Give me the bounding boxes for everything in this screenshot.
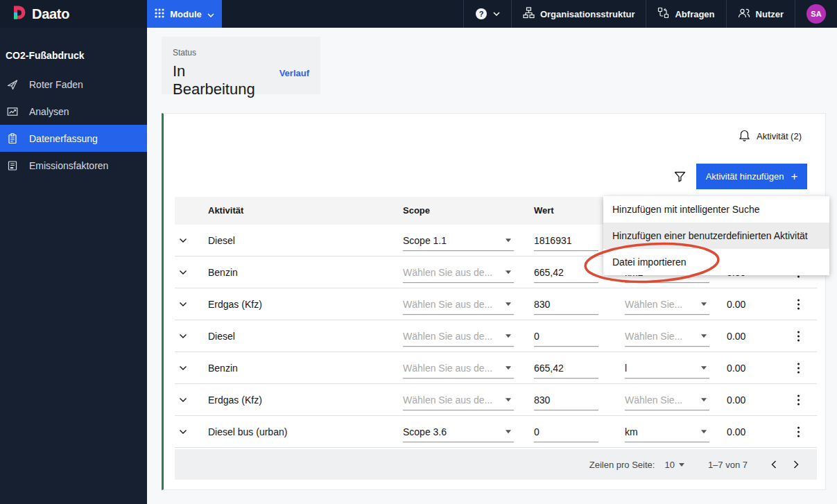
rows-per-page-label: Zeilen pro Seite: xyxy=(589,460,655,470)
scope-placeholder: Wählen Sie aus de... xyxy=(403,267,492,278)
value-input[interactable]: 0 xyxy=(534,426,598,442)
activity-name: Diesel xyxy=(208,331,235,342)
row-overflow-menu[interactable] xyxy=(795,360,802,376)
daato-logo-text: Daato xyxy=(32,6,69,22)
sidebar-item-label: Roter Faden xyxy=(29,79,83,90)
row-overflow-menu[interactable] xyxy=(795,424,802,440)
activity-name: Diesel bus (urban) xyxy=(208,426,287,437)
sidebar-item-label: Analysen xyxy=(29,106,69,117)
filter-button[interactable] xyxy=(673,171,687,183)
caret-down-icon xyxy=(679,463,684,467)
verlauf-link[interactable]: Verlauf xyxy=(279,68,309,78)
scope-dropdown[interactable]: Scope 1.1 xyxy=(403,235,514,251)
unit-placeholder: Wählen Sie... xyxy=(625,299,682,310)
menu-item-datei-importieren[interactable]: Datei importieren xyxy=(603,249,829,275)
caret-down-icon xyxy=(506,430,511,433)
rows-per-page-select[interactable]: 10 xyxy=(664,460,684,470)
activity-notifications[interactable]: Aktivität (2) xyxy=(739,129,802,144)
value-input[interactable]: 1816931 xyxy=(534,235,598,251)
scope-dropdown[interactable]: Wählen Sie aus de... xyxy=(403,299,514,315)
nav-label: Organisationsstruktur xyxy=(540,9,635,19)
table-row: Diesel Wählen Sie aus de... 0 Wählen Sie… xyxy=(175,320,817,352)
scope-dropdown[interactable]: Wählen Sie aus de... xyxy=(403,331,514,347)
emission-factors-icon xyxy=(7,160,18,171)
row-expander-chevron[interactable] xyxy=(179,302,187,307)
row-expander-chevron[interactable] xyxy=(179,270,187,275)
sidebar-item-analysen[interactable]: Analysen xyxy=(0,98,147,125)
value-input[interactable]: 665,42 xyxy=(534,363,598,379)
column-header-wert: Wert xyxy=(534,197,554,225)
nav-label: Nutzer xyxy=(756,9,784,19)
value-input[interactable]: 830 xyxy=(534,299,598,315)
account-menu[interactable]: SA xyxy=(795,0,837,28)
nav-nutzer[interactable]: Nutzer xyxy=(726,0,795,28)
unit-dropdown[interactable]: Wählen Sie... xyxy=(625,331,709,347)
value-text: 665,42 xyxy=(534,267,564,278)
nav-abfragen[interactable]: Abfragen xyxy=(646,0,725,28)
menu-item-intelligente-suche[interactable]: Hinzufügen mit intelligenter Suche xyxy=(603,196,829,223)
row-expander-chevron[interactable] xyxy=(179,429,187,435)
unit-dropdown[interactable]: Wählen Sie... xyxy=(625,299,709,315)
daato-logo[interactable]: Daato xyxy=(11,0,69,28)
module-label: Module xyxy=(170,9,202,19)
sidebar-item-roter-faden[interactable]: Roter Faden xyxy=(0,71,147,98)
activity-badge-label: Aktivität (2) xyxy=(757,131,802,141)
table-row: Diesel bus (urban) Scope 3.6 0 km 0.00 xyxy=(175,416,817,448)
scope-placeholder: Wählen Sie aus de... xyxy=(403,299,492,310)
chevron-down-icon xyxy=(493,12,500,16)
sidebar-item-emissionsfaktoren[interactable]: Emissionsfaktoren xyxy=(0,152,147,179)
page-range: 1–7 von 7 xyxy=(708,460,748,470)
scope-dropdown[interactable]: Wählen Sie aus de... xyxy=(403,267,514,283)
help-menu-button[interactable]: ? xyxy=(463,0,511,28)
nav-organisationsstruktur[interactable]: Organisationsstruktur xyxy=(511,0,646,28)
users-icon xyxy=(738,7,750,21)
emission-value: 0.00 xyxy=(727,331,745,342)
unit-dropdown[interactable]: l xyxy=(625,363,709,379)
caret-down-icon xyxy=(701,430,707,433)
unit-dropdown[interactable]: km xyxy=(625,426,709,442)
row-overflow-menu[interactable] xyxy=(795,328,802,344)
clipboard-icon xyxy=(7,133,18,144)
sidebar: CO2-Fußabdruck Roter Faden Analysen xyxy=(0,28,147,504)
scope-dropdown[interactable]: Scope 3.6 xyxy=(403,426,514,442)
value-input[interactable]: 665,42 xyxy=(534,267,598,283)
scope-dropdown[interactable]: Wählen Sie aus de... xyxy=(403,363,514,379)
avatar[interactable]: SA xyxy=(806,4,826,24)
topbar-right-nav: ? Organisationsstruktur xyxy=(463,0,837,28)
scope-dropdown[interactable]: Wählen Sie aus de... xyxy=(403,394,514,410)
daato-logo-icon xyxy=(11,5,26,23)
table-row: Erdgas (Kfz) Wählen Sie aus de... 830 Wä… xyxy=(175,384,817,416)
previous-page-button[interactable] xyxy=(763,458,785,471)
value-text: 0 xyxy=(534,426,540,437)
emission-value: 0.00 xyxy=(727,426,745,437)
scope-placeholder: Wählen Sie aus de... xyxy=(403,331,492,342)
row-expander-chevron[interactable] xyxy=(179,238,187,243)
value-input[interactable]: 0 xyxy=(534,331,598,347)
plus-icon: + xyxy=(791,170,797,184)
caret-down-icon xyxy=(506,398,511,401)
table-row: Erdgas (Kfz) Wählen Sie aus de... 830 Wä… xyxy=(175,288,817,320)
unit-dropdown[interactable]: Wählen Sie... xyxy=(625,394,709,410)
caret-down-icon xyxy=(701,366,707,370)
add-activity-button[interactable]: Aktivität hinzufügen + xyxy=(696,164,807,189)
sidebar-item-datenerfassung[interactable]: Datenerfassung xyxy=(0,125,147,152)
row-overflow-menu[interactable] xyxy=(795,392,802,408)
row-expander-chevron[interactable] xyxy=(179,397,187,403)
caret-down-icon xyxy=(506,366,511,370)
caret-down-icon xyxy=(701,398,707,401)
value-text: 1816931 xyxy=(534,235,572,246)
sidebar-section-title: CO2-Fußabdruck xyxy=(0,28,147,71)
scope-value: Scope 3.6 xyxy=(403,426,447,437)
value-input[interactable]: 830 xyxy=(534,394,598,410)
menu-item-benutzerdefinierte-aktivitaet[interactable]: Hinzufügen einer benutzerdefinierten Akt… xyxy=(603,223,829,249)
scope-placeholder: Wählen Sie aus de... xyxy=(403,394,492,406)
next-page-button[interactable] xyxy=(785,458,807,471)
nav-label: Abfragen xyxy=(675,9,714,19)
row-overflow-menu[interactable] xyxy=(795,296,802,312)
row-expander-chevron[interactable] xyxy=(179,365,187,371)
row-expander-chevron[interactable] xyxy=(179,333,187,339)
activity-name: Erdgas (Kfz) xyxy=(208,299,262,310)
rows-per-page-value: 10 xyxy=(664,460,674,470)
data-entry-panel: Aktivität (2) Aktivität hinzufügen + Akt… xyxy=(162,113,826,490)
module-menu-button[interactable]: Module xyxy=(147,0,222,28)
